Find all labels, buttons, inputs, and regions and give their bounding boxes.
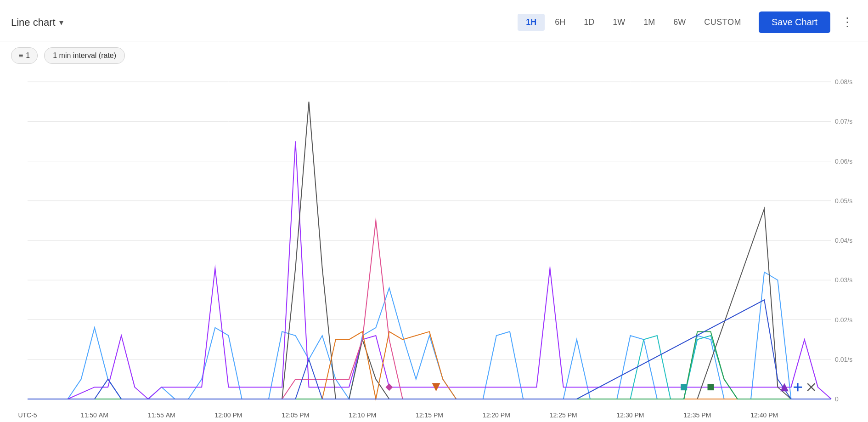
header: Line chart ▾ 1H 6H 1D 1W 1M 6W CUSTOM Sa… <box>0 0 868 41</box>
more-options-button[interactable]: ⋮ <box>838 13 857 31</box>
chart-title-button[interactable]: Line chart ▾ <box>11 17 63 29</box>
time-btn-custom[interactable]: CUSTOM <box>696 14 750 31</box>
time-btn-6w[interactable]: 6W <box>665 14 694 31</box>
filter-icon: ≡ <box>19 51 23 60</box>
chart-title-text: Line chart <box>11 17 56 29</box>
filter-count: 1 <box>26 51 30 60</box>
time-btn-1h[interactable]: 1H <box>518 14 545 31</box>
line-chart-canvas <box>0 68 868 422</box>
time-btn-6h[interactable]: 6H <box>547 14 574 31</box>
filter-button[interactable]: ≡ 1 <box>11 47 38 64</box>
time-btn-1w[interactable]: 1W <box>604 14 633 31</box>
time-controls: 1H 6H 1D 1W 1M 6W CUSTOM Save Chart ⋮ <box>518 11 857 33</box>
interval-button[interactable]: 1 min interval (rate) <box>44 47 125 64</box>
time-btn-1m[interactable]: 1M <box>635 14 663 31</box>
chart-type-dropdown-icon: ▾ <box>59 17 63 28</box>
time-btn-1d[interactable]: 1D <box>575 14 603 31</box>
sub-header: ≡ 1 1 min interval (rate) <box>0 41 868 68</box>
save-chart-button[interactable]: Save Chart <box>759 11 830 33</box>
chart-area <box>0 68 868 422</box>
